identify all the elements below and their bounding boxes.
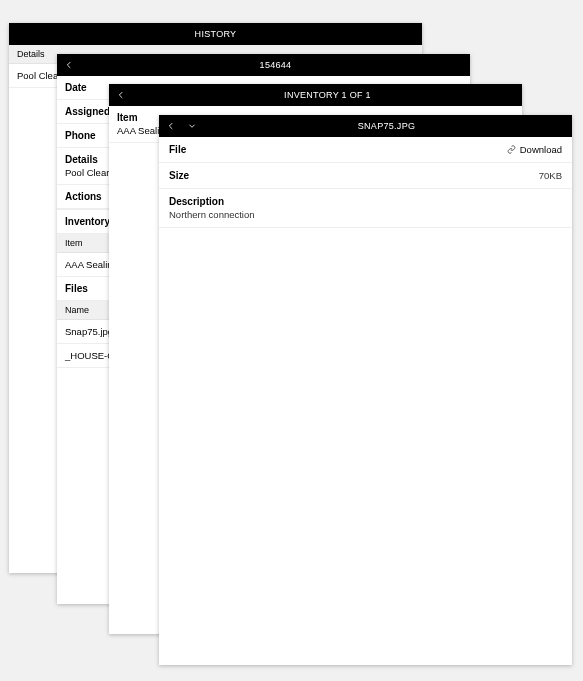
file-label: File	[169, 144, 186, 155]
link-icon	[507, 145, 516, 154]
file-title: SNAP75.JPG	[201, 121, 572, 131]
job-title: 154644	[81, 60, 470, 70]
next-icon[interactable]	[183, 115, 201, 137]
back-icon[interactable]	[109, 84, 133, 106]
history-title: HISTORY	[9, 29, 422, 39]
inventory-title: INVENTORY 1 OF 1	[133, 90, 522, 100]
file-body	[159, 228, 572, 665]
file-row: File Download	[159, 137, 572, 163]
size-label: Size	[169, 170, 189, 181]
file-header: SNAP75.JPG	[159, 115, 572, 137]
job-header: 154644	[57, 54, 470, 76]
download-label: Download	[520, 144, 562, 155]
description-label: Description	[159, 189, 572, 209]
back-icon[interactable]	[159, 115, 183, 137]
size-row: Size 70KB	[159, 163, 572, 189]
description-block: Description Northern connection	[159, 189, 572, 228]
size-value: 70KB	[539, 170, 562, 181]
download-button[interactable]: Download	[507, 144, 562, 155]
history-header: HISTORY	[9, 23, 422, 45]
back-icon[interactable]	[57, 54, 81, 76]
file-panel: SNAP75.JPG File Download Size 70KB Descr…	[159, 115, 572, 665]
description-value: Northern connection	[159, 209, 572, 227]
inventory-header: INVENTORY 1 OF 1	[109, 84, 522, 106]
